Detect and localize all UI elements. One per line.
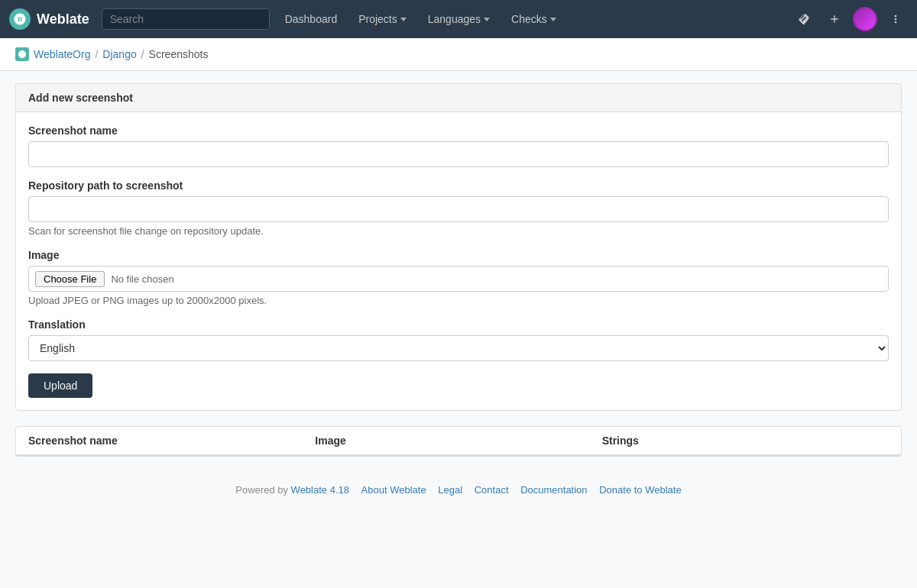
- weblate-org-icon: [15, 47, 29, 61]
- breadcrumb-item-django[interactable]: Django: [102, 48, 136, 60]
- repo-path-label: Repository path to screenshot: [28, 179, 889, 192]
- file-input-wrapper: Choose File No file chosen: [28, 266, 889, 292]
- footer-link-donate[interactable]: Donate to Weblate: [599, 484, 681, 496]
- footer-link-legal[interactable]: Legal: [438, 484, 462, 496]
- col-image: Image: [315, 435, 601, 447]
- footer-link-about[interactable]: About Weblate: [361, 484, 426, 496]
- no-file-text: No file chosen: [111, 273, 173, 285]
- breadcrumb: WeblateOrg / Django / Screenshots: [0, 38, 917, 71]
- screenshot-name-label: Screenshot name: [28, 124, 889, 137]
- card-body: Screenshot name Repository path to scree…: [16, 112, 901, 410]
- upload-button[interactable]: Upload: [28, 373, 92, 398]
- table-header-row: Screenshot name Image Strings: [16, 427, 901, 456]
- repo-path-input[interactable]: [28, 196, 889, 222]
- image-group: Image Choose File No file chosen Upload …: [28, 249, 889, 306]
- breadcrumb-item-org[interactable]: WeblateOrg: [34, 48, 90, 60]
- navbar: Weblate Dashboard Projects Languages Che…: [0, 0, 917, 38]
- more-icon[interactable]: [883, 7, 908, 31]
- nav-item-projects[interactable]: Projects: [349, 8, 416, 30]
- main-content: Add new screenshot Screenshot name Repos…: [0, 71, 917, 469]
- user-avatar[interactable]: [853, 7, 877, 31]
- repo-path-help: Scan for screenshot file change on repos…: [28, 225, 889, 237]
- col-screenshot-name: Screenshot name: [28, 435, 315, 447]
- card-header: Add new screenshot: [16, 84, 901, 112]
- avatar-image: [854, 8, 876, 30]
- translation-select[interactable]: English: [28, 335, 889, 361]
- form-actions: Upload: [28, 373, 889, 398]
- breadcrumb-item-screenshots: Screenshots: [149, 48, 209, 60]
- brand-name: Weblate: [37, 11, 89, 27]
- chevron-down-icon: [550, 18, 556, 21]
- screenshot-name-group: Screenshot name: [28, 124, 889, 167]
- wrench-icon[interactable]: [792, 7, 816, 31]
- brand-logo[interactable]: Weblate: [9, 8, 89, 30]
- chevron-down-icon: [484, 18, 490, 21]
- add-screenshot-card: Add new screenshot Screenshot name Repos…: [15, 83, 902, 411]
- breadcrumb-sep-1: /: [95, 48, 98, 60]
- translation-group: Translation English: [28, 318, 889, 361]
- weblate-version-link[interactable]: Weblate 4.18: [291, 484, 349, 496]
- screenshots-table: Screenshot name Image Strings: [15, 426, 902, 457]
- col-strings: Strings: [602, 435, 889, 447]
- nav-item-dashboard[interactable]: Dashboard: [276, 8, 347, 30]
- footer-link-contact[interactable]: Contact: [475, 484, 509, 496]
- footer-link-documentation[interactable]: Documentation: [520, 484, 587, 496]
- nav-item-languages[interactable]: Languages: [419, 8, 499, 30]
- brand-icon: [9, 8, 31, 30]
- image-help: Upload JPEG or PNG images up to 2000x200…: [28, 295, 889, 306]
- choose-file-button[interactable]: Choose File: [35, 271, 105, 287]
- screenshot-name-input[interactable]: [28, 141, 889, 167]
- nav-item-checks[interactable]: Checks: [502, 8, 565, 30]
- plus-icon[interactable]: [822, 7, 847, 31]
- search-container: [102, 8, 270, 30]
- powered-by-text: Powered by: [235, 484, 288, 496]
- chevron-down-icon: [400, 18, 407, 21]
- repo-path-group: Repository path to screenshot Scan for s…: [28, 179, 889, 237]
- translation-label: Translation: [28, 318, 889, 331]
- navbar-right: [792, 7, 908, 31]
- nav-items: Dashboard Projects Languages Checks: [276, 8, 786, 30]
- breadcrumb-sep-2: /: [141, 48, 144, 60]
- footer: Powered by Weblate 4.18 About Weblate Le…: [0, 469, 917, 511]
- search-input[interactable]: [102, 8, 270, 30]
- image-label: Image: [28, 249, 889, 261]
